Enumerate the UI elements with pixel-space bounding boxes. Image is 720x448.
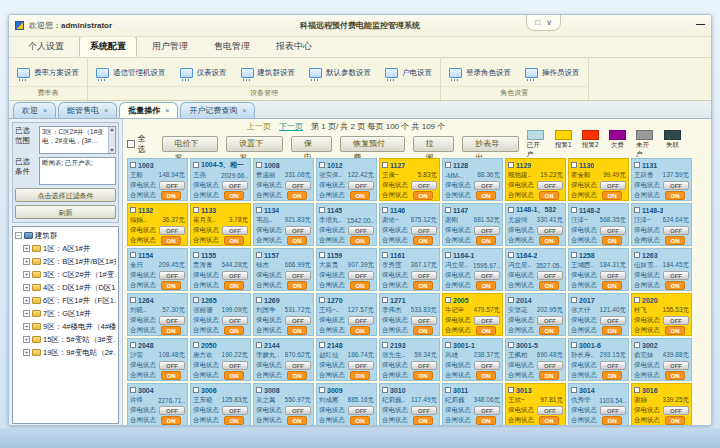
card-checkbox[interactable] [571,207,577,213]
meter-card[interactable]: 2144李媛丸..870.62元保电状态OFF合闸状态ON [253,338,314,381]
doc-tab-1[interactable]: 欢迎× [13,102,56,118]
meter-card[interactable]: 1264刘晓..57.30元保电状态OFF合闸状态ON [127,293,188,336]
meter-card[interactable]: 1147谢刚681.52元保电状态OFF合闸状态ON [442,203,503,246]
protect-status-value[interactable]: OFF [222,406,248,415]
protect-status-value[interactable]: OFF [285,226,311,235]
protect-status-value[interactable]: OFF [285,316,311,325]
protect-status-value[interactable]: OFF [474,316,500,325]
meter-card[interactable]: 1004-5、相一王燕2029.66..保电状态OFF合闸状态ON [190,158,251,201]
tree-item[interactable]: +2区：B区1#井/B区1#井 [15,255,116,268]
card-checkbox[interactable] [634,297,640,303]
meter-card[interactable]: 1263伍妹雪..184.45元保电状态OFF合闸状态ON [631,248,692,291]
expand-icon[interactable]: + [23,284,30,291]
meter-card[interactable]: 3004许锋2276.71..保电状态OFF合闸状态ON [127,383,188,426]
meter-card[interactable]: 1003王毅148.94元保电状态OFF合闸状态ON [127,158,188,201]
card-checkbox[interactable] [634,252,640,258]
tree-item[interactable]: +3区：C区2#井（1#变… [15,268,116,281]
switch-status-value[interactable]: ON [602,281,622,290]
protect-status-value[interactable]: OFF [159,406,185,415]
switch-status-value[interactable]: ON [539,236,559,245]
card-checkbox[interactable] [382,387,388,393]
action-button-1[interactable]: 电价下发 [162,136,219,152]
expand-icon[interactable]: + [23,336,30,343]
card-checkbox[interactable] [445,162,451,168]
card-checkbox[interactable] [571,342,577,348]
meter-card[interactable]: 1154金日209.45元保电状态OFF合闸状态ON [127,248,188,291]
switch-status-value[interactable]: ON [287,236,307,245]
action-button-3[interactable]: 保电 [291,136,332,152]
card-checkbox[interactable] [445,342,451,348]
card-checkbox[interactable] [130,207,136,213]
switch-status-value[interactable]: ON [602,416,622,425]
meter-card[interactable]: 1271李伟杰533.83元保电状态OFF合闸状态ON [379,293,440,336]
switch-status-value[interactable]: ON [602,371,622,380]
protect-status-value[interactable]: OFF [285,406,311,415]
switch-status-value[interactable]: ON [161,191,181,200]
protect-status-value[interactable]: OFF [348,181,374,190]
card-checkbox[interactable] [571,252,577,258]
card-checkbox[interactable] [319,387,325,393]
ribbon-button[interactable]: 登录角色设置 [449,68,511,78]
switch-status-value[interactable]: ON [287,281,307,290]
expand-icon[interactable]: + [23,258,30,265]
protect-status-value[interactable]: OFF [159,271,185,280]
action-button-4[interactable]: 恢复预付费 [340,136,404,152]
protect-status-value[interactable]: OFF [159,316,185,325]
action-button-2[interactable]: 设置下发 [226,136,283,152]
meter-card[interactable]: 1127王康~5.83元保电状态OFF合闸状态ON [379,158,440,201]
card-checkbox[interactable] [445,387,451,393]
protect-status-value[interactable]: OFF [411,181,437,190]
switch-status-value[interactable]: ON [539,371,559,380]
meter-card[interactable]: 1128-MM-..88.36元保电状态OFF合闸状态ON [442,158,503,201]
switch-status-value[interactable]: ON [350,326,370,335]
protect-status-value[interactable]: OFF [222,316,248,325]
meter-card[interactable]: 1146谢侬~875.12元保电状态OFF合闸状态ON [379,203,440,246]
card-checkbox[interactable] [382,162,388,168]
tree-item[interactable]: +9区：4#楼电井（4#楼… [15,320,116,333]
ribbon-button[interactable]: 费率方案设置 [17,68,79,78]
switch-status-value[interactable]: ON [476,236,496,245]
protect-status-value[interactable]: OFF [411,406,437,415]
expand-icon[interactable]: + [23,349,30,356]
doc-tab-2[interactable]: 能管售电× [58,102,117,118]
switch-status-value[interactable]: ON [476,326,496,335]
switch-status-value[interactable]: ON [476,371,496,380]
card-checkbox[interactable] [382,207,388,213]
menu-tab-5[interactable]: 报表中心 [265,36,323,57]
switch-status-value[interactable]: ON [287,416,307,425]
protect-status-value[interactable]: OFF [222,181,248,190]
card-checkbox[interactable] [319,342,325,348]
switch-status-value[interactable]: ON [539,416,559,425]
protect-status-value[interactable]: OFF [411,226,437,235]
protect-status-value[interactable]: OFF [474,271,500,280]
protect-status-value[interactable]: OFF [600,226,626,235]
switch-status-value[interactable]: ON [224,236,244,245]
meter-card[interactable]: 1133崔月美..3.78元保电状态OFF合闸状态ON [190,203,251,246]
protect-status-value[interactable]: OFF [600,406,626,415]
meter-card[interactable]: 1157钱杰666.99元保电状态OFF合闸状态ON [253,248,314,291]
switch-status-value[interactable]: ON [539,191,559,200]
meter-card[interactable]: 3001-6孙长寿..293.15元保电状态OFF合闸状态ON [568,338,629,381]
switch-status-value[interactable]: ON [665,416,685,425]
card-checkbox[interactable] [508,162,514,168]
tree-root[interactable]: −建筑群 [15,229,116,242]
expand-icon[interactable]: + [23,271,30,278]
switch-status-value[interactable]: ON [602,236,622,245]
tree-item[interactable]: +19区：9#变电站（2#… [15,346,116,359]
meter-card[interactable]: 1159大富贵907.39元保电状态OFF合闸状态ON [316,248,377,291]
card-checkbox[interactable] [571,387,577,393]
card-checkbox[interactable] [319,252,325,258]
switch-status-value[interactable]: ON [413,236,433,245]
meter-card[interactable]: 1164-1冯立星..1595.67..保电状态OFF合闸状态ON [442,248,503,291]
protect-status-value[interactable]: OFF [474,226,500,235]
card-checkbox[interactable] [508,207,514,213]
card-checkbox[interactable] [571,162,577,168]
protect-status-value[interactable]: OFF [600,181,626,190]
meter-card[interactable]: 2148赵红仙186.74元保电状态OFF合闸状态ON [316,338,377,381]
card-checkbox[interactable] [319,297,325,303]
meter-card[interactable]: 1145李增丸..1542.00..保电状态OFF合闸状态ON [316,203,377,246]
choose-filter-button[interactable]: 点击选择过滤条件 [15,188,116,202]
tree-item[interactable]: +7区：G区1#井 [15,307,116,320]
switch-status-value[interactable]: ON [161,281,181,290]
protect-status-value[interactable]: OFF [474,406,500,415]
